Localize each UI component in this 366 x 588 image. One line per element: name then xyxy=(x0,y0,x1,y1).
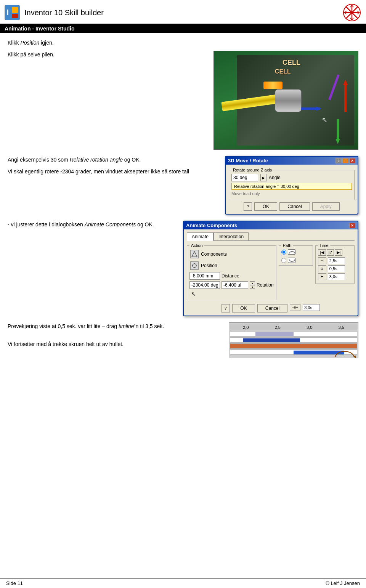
down-btn[interactable]: ▼ xyxy=(250,285,255,289)
animate-title-buttons[interactable]: ✕ xyxy=(349,223,355,228)
time-unknown-btn[interactable]: |? xyxy=(327,249,334,256)
time-end-btn[interactable]: ▶| xyxy=(335,249,343,256)
tab-interpolation[interactable]: Interpolation xyxy=(214,232,249,240)
rotation-row: ▲ ▼ Rotation xyxy=(189,281,274,289)
cancel-button[interactable]: Cancel xyxy=(279,202,310,211)
tl-label-3: 3,0 xyxy=(307,325,312,330)
time-start-btn[interactable]: |◀ xyxy=(318,249,326,256)
timeline-container: 2,0 2,5 3,0 3,5 xyxy=(229,322,358,357)
bottom-left-text: Prøvekjøring viste at 0,5 sek. var litt … xyxy=(8,322,221,352)
relative-info: Relative rotation angle = 30,00 deg xyxy=(231,183,352,190)
title-bar-buttons[interactable]: ? ─ ✕ xyxy=(336,158,355,163)
distance-input[interactable] xyxy=(189,272,220,280)
time-label: Time xyxy=(318,243,330,248)
action-label: Action xyxy=(189,243,204,248)
action-section: Action Components xyxy=(187,243,276,300)
timeline-header: 2,0 2,5 3,0 3,5 xyxy=(230,324,357,330)
dialog-body: Rotate around Z axis ▶ Angle Relative ro… xyxy=(226,165,358,214)
top-left-text: Klikk på selve pilen. xyxy=(8,51,206,150)
paragraph-7: Vi fortsetter med å trekke skruen helt u… xyxy=(8,340,221,348)
animate-dialog-buttons: ? OK Cancel ⊣⊢ xyxy=(187,304,355,312)
copyright: © Leif J Jensen xyxy=(326,580,360,586)
rotation-input[interactable] xyxy=(189,281,220,289)
dialog-left-text-2: - vi justerer dette i dialogboksen Anima… xyxy=(8,221,175,232)
animate-tabs: Animate Interpolation xyxy=(187,232,355,241)
apply-button[interactable]: Apply xyxy=(312,202,340,211)
dialog-section-2: - vi justerer dette i dialogboksen Anima… xyxy=(8,221,358,316)
paragraph-5: - vi justerer dette i dialogboksen Anima… xyxy=(8,221,175,229)
header: I Inventor 10 Skill builder xyxy=(0,0,366,24)
paragraph-4: Vi skal egentlig rotere -2304 grader, me… xyxy=(8,168,217,176)
time-icon-1[interactable]: ⊣ xyxy=(318,257,326,264)
rotate-section-legend: Rotate around Z axis xyxy=(231,168,273,172)
para3-rest: og OK. xyxy=(123,157,141,163)
top-section: Klikk på selve pilen. CELL CELL xyxy=(8,51,358,150)
animate-cancel-button[interactable]: Cancel xyxy=(257,304,287,312)
page-number: Side 11 xyxy=(6,580,23,586)
bottom-section: Prøvekjøring viste at 0,5 sek. var litt … xyxy=(8,322,358,357)
animate-sections: Action Components xyxy=(187,243,355,302)
para6-rest: ʼn til 3,5 sek. xyxy=(134,323,164,329)
paragraph-1: Klikk Position igjen. xyxy=(8,39,358,47)
minimize-title-btn[interactable]: ─ xyxy=(342,158,348,163)
para3-start: Angi eksempelvis 30 som xyxy=(8,157,70,163)
dialog-left-text: Angi eksempelvis 30 som Relative rotatio… xyxy=(8,156,217,179)
time-icon-3[interactable]: ⊢ xyxy=(318,273,326,280)
animate-time-icon-final[interactable]: ⊣⊢ xyxy=(290,304,300,311)
timeline-track-4 xyxy=(230,349,357,355)
paragraph-2: Klikk på selve pilen. xyxy=(8,51,206,59)
para5-italic: Animate Components xyxy=(85,221,136,228)
path-section: Path xyxy=(279,243,313,266)
dialog-animate-components: Animate Components ✕ Animate Interpolati… xyxy=(183,221,358,316)
help-title-btn[interactable]: ? xyxy=(336,158,342,163)
para6-italic: timline xyxy=(119,323,134,329)
path-radio-2[interactable] xyxy=(281,258,286,263)
track2-bar xyxy=(243,338,300,342)
position-label: Position xyxy=(201,263,217,268)
animate-ok-button[interactable]: OK xyxy=(232,304,255,312)
animate-help-btn[interactable]: ? xyxy=(222,304,230,312)
up-btn[interactable]: ▲ xyxy=(250,281,255,285)
angle-arrow-btn[interactable]: ▶ xyxy=(260,174,266,181)
time-buttons-row: |◀ |? ▶| xyxy=(318,249,352,256)
svg-rect-3 xyxy=(12,14,18,18)
timeline-arrow-svg xyxy=(333,348,356,358)
svg-rect-2 xyxy=(12,7,18,13)
time-row-3: ⊢ xyxy=(318,273,352,280)
path-radio-2-row xyxy=(281,258,310,263)
dialog-help-icon-btn[interactable]: ? xyxy=(244,202,252,211)
para5-rest: og OK. xyxy=(136,221,154,228)
footer: Side 11 © Leif J Jensen xyxy=(0,578,366,588)
time-input-1[interactable] xyxy=(328,257,345,264)
time-input-2[interactable] xyxy=(328,265,345,272)
path-icon-2 xyxy=(288,258,295,263)
ok-button[interactable]: OK xyxy=(254,202,277,211)
tab-animate[interactable]: Animate xyxy=(187,232,214,241)
tl-label-4: 3,5 xyxy=(339,325,344,330)
path-radio-1[interactable] xyxy=(281,250,286,255)
para3-italic: Relative rotation angle xyxy=(70,157,123,163)
cursor-icon: ↖ xyxy=(191,290,274,298)
dialog-title-bar: 3D Move / Rotate ? ─ ✕ xyxy=(226,157,358,165)
animate-time-final[interactable] xyxy=(303,304,320,311)
close-title-btn[interactable]: ✕ xyxy=(349,158,355,163)
angle-input[interactable] xyxy=(231,174,258,181)
angle-row: ▶ Angle xyxy=(231,174,352,181)
path-radio-group xyxy=(281,249,310,263)
time-row-2: ⊞ xyxy=(318,265,352,272)
rotation-label: Rotation xyxy=(257,282,274,288)
track1-bar xyxy=(255,332,294,336)
animate-dialog-title-bar: Animate Components ✕ xyxy=(184,221,358,229)
dialog-section-1: Angi eksempelvis 30 som Relative rotatio… xyxy=(8,156,358,215)
rotation-ul-input[interactable] xyxy=(222,281,248,289)
timeline-track-1 xyxy=(230,331,357,336)
time-input-3[interactable] xyxy=(328,273,345,280)
tl-label-2: 2,5 xyxy=(275,325,281,330)
top-scene-image: CELL CELL ↖ xyxy=(214,51,358,150)
dialog-move-rotate: 3D Move / Rotate ? ─ ✕ Rotate around Z a… xyxy=(225,156,358,215)
distance-row: Distance xyxy=(189,272,274,280)
distance-label: Distance xyxy=(222,273,239,279)
animate-close-btn[interactable]: ✕ xyxy=(349,223,355,228)
time-icon-2[interactable]: ⊞ xyxy=(318,265,326,272)
up-down-spinner[interactable]: ▲ ▼ xyxy=(250,281,255,289)
